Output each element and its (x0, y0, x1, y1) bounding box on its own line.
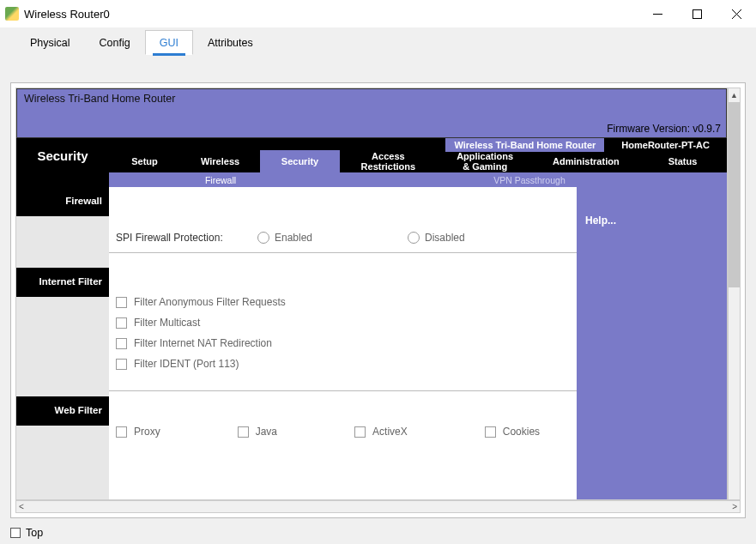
scroll-thumb[interactable] (729, 102, 740, 287)
web-java-label: Java (256, 426, 277, 438)
tab-attributes[interactable]: Attributes (193, 30, 268, 55)
router-banner: Wireless Tri-Band Home Router Firmware V… (16, 88, 727, 138)
horizontal-scrollbar[interactable]: < > (15, 500, 741, 513)
top-label: Top (26, 527, 43, 539)
filter-anon-label: Filter Anonymous Filter Requests (134, 296, 286, 308)
titlebar: Wireless Router0 (0, 0, 756, 27)
model-code: HomeRouter-PT-AC (604, 138, 727, 152)
maximize-button[interactable] (677, 0, 717, 27)
spi-disabled-radio[interactable] (408, 232, 420, 244)
scroll-up-icon[interactable]: ▲ (729, 88, 740, 102)
filter-multicast-label: Filter Multicast (134, 317, 200, 329)
sub-nav: Firewall VPN Passthrough (16, 172, 727, 187)
filter-nat-checkbox[interactable] (116, 338, 127, 349)
minimize-button[interactable] (638, 0, 677, 27)
filter-ident-label: Filter IDENT (Port 113) (134, 358, 239, 370)
web-activex-checkbox[interactable] (354, 426, 366, 438)
web-cookies-label: Cookies (503, 426, 540, 438)
app-window: Wireless Router0 Physical Config GUI Att… (0, 0, 756, 544)
nav-security[interactable]: Security (260, 150, 340, 172)
nav-access[interactable]: AccessRestrictions (340, 150, 437, 172)
nav-status[interactable]: Status (638, 150, 727, 172)
spi-enabled-radio[interactable] (257, 232, 269, 244)
top-checkbox[interactable] (10, 528, 21, 538)
nav-section-title: Security (16, 138, 109, 172)
subnav-firewall[interactable]: Firewall (109, 175, 332, 185)
section-web-filter: Web Filter (16, 396, 109, 426)
web-activex-label: ActiveX (372, 426, 408, 438)
internet-filter-list: Filter Anonymous Filter Requests Filter … (109, 265, 577, 391)
help-panel: Help... (577, 187, 727, 500)
firmware-version: Firmware Version: v0.9.7 (607, 123, 721, 135)
filter-nat-label: Filter Internet NAT Redirection (134, 337, 272, 349)
gui-panel: Wireless Tri-Band Home Router Firmware V… (10, 82, 746, 518)
tab-gui[interactable]: GUI (145, 30, 193, 55)
window-title: Wireless Router0 (24, 8, 638, 21)
filter-ident-checkbox[interactable] (116, 359, 127, 370)
close-button[interactable] (717, 0, 756, 27)
model-name: Wireless Tri-Band Home Router (445, 140, 604, 150)
banner-title: Wireless Tri-Band Home Router (24, 93, 719, 105)
help-link[interactable]: Help... (585, 215, 616, 227)
filter-anon-checkbox[interactable] (116, 297, 127, 308)
app-icon (5, 7, 19, 21)
nav-setup[interactable]: Setup (109, 150, 180, 172)
nav-admin[interactable]: Administration (534, 150, 639, 172)
nav-apps[interactable]: Applications& Gaming (437, 150, 534, 172)
section-internet-filter: Internet Filter (16, 268, 109, 297)
tabs: Physical Config GUI Attributes (0, 27, 756, 55)
left-column: Firewall Internet Filter Web Filter (16, 187, 109, 500)
filter-multicast-checkbox[interactable] (116, 317, 127, 329)
spi-disabled-label: Disabled (425, 232, 465, 244)
scroll-left-icon[interactable]: < (19, 502, 24, 511)
web-filter-row: Proxy Java ActiveX Cookies (109, 403, 577, 460)
tab-config[interactable]: Config (85, 30, 145, 55)
subnav-vpn[interactable]: VPN Passthrough (332, 175, 727, 185)
scroll-right-icon[interactable]: > (732, 502, 737, 511)
nav-wireless[interactable]: Wireless (180, 150, 260, 172)
spi-label: SPI Firewall Protection: (116, 232, 257, 244)
web-cookies-checkbox[interactable] (485, 426, 496, 438)
outer-panel: Physical Config GUI Attributes Wireless … (0, 27, 756, 544)
web-java-checkbox[interactable] (238, 426, 249, 438)
tab-physical[interactable]: Physical (15, 30, 85, 55)
form-area: SPI Firewall Protection: Enabled Disable… (109, 187, 577, 500)
content: Firewall Internet Filter Web Filter SPI … (16, 187, 727, 500)
section-firewall: Firewall (16, 187, 109, 216)
vertical-scrollbar[interactable]: ▲ (728, 88, 741, 500)
web-proxy-label: Proxy (134, 426, 160, 438)
web-proxy-checkbox[interactable] (116, 426, 127, 438)
spi-enabled-label: Enabled (275, 232, 312, 244)
nav-wrap: Wireless Tri-Band Home Router HomeRouter… (16, 138, 727, 187)
footer: Top (10, 527, 43, 539)
svg-rect-1 (692, 9, 701, 18)
model-strip: Wireless Tri-Band Home Router HomeRouter… (445, 138, 727, 152)
spi-row: SPI Firewall Protection: Enabled Disable… (109, 216, 577, 253)
router-frame: Wireless Tri-Band Home Router Firmware V… (15, 88, 728, 500)
window-controls (638, 0, 756, 27)
